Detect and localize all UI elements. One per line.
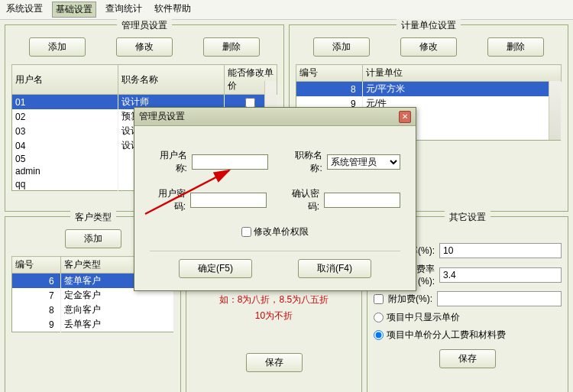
radio-price-only[interactable] <box>374 313 384 322</box>
unit-del-button[interactable]: 删除 <box>487 37 544 57</box>
col-role: 职务名称 <box>118 65 224 95</box>
pwd-input[interactable] <box>190 193 267 208</box>
dialog-title: 管理员设置 <box>139 110 185 123</box>
menubar: 系统设置 基础设置 查询统计 软件帮助 <box>0 0 573 20</box>
ok-button[interactable]: 确定(F5) <box>179 259 252 278</box>
extra-fee-input[interactable] <box>437 291 562 306</box>
menu-item-0[interactable]: 系统设置 <box>3 2 46 18</box>
unit-edit-button[interactable]: 修改 <box>400 37 457 57</box>
table-row[interactable]: 8元/平方米 <box>296 82 562 97</box>
discount-hint2: 10为不折 <box>193 309 355 322</box>
dialog-titlebar[interactable]: 管理员设置 ✕ <box>134 108 416 126</box>
discount-save-button[interactable]: 保存 <box>246 353 303 372</box>
role-label: 职称名称: <box>285 149 322 175</box>
col-id: 编号 <box>296 65 363 82</box>
col-cid: 编号 <box>12 257 61 274</box>
customer-add-button[interactable]: 添加 <box>65 229 121 248</box>
col-user: 用户名 <box>12 65 118 95</box>
admin-del-button[interactable]: 删除 <box>203 37 260 57</box>
tax-fee-input[interactable] <box>439 267 562 283</box>
other-save-button[interactable]: 保存 <box>439 349 496 368</box>
extra-fee-checkbox[interactable] <box>374 294 384 304</box>
admin-edit-button[interactable]: 修改 <box>116 37 173 57</box>
pwd2-label: 确认密码: <box>283 187 319 213</box>
menu-item-1[interactable]: 基础设置 <box>52 2 96 18</box>
panel-admin-title: 管理员设置 <box>117 19 172 32</box>
extra-fee-label: 附加费(%): <box>388 293 432 306</box>
panel-customer-title: 客户类型 <box>70 211 116 224</box>
pwd-label: 用户密码: <box>150 187 186 213</box>
radio2-label: 项目中单价分人工费和材料费 <box>387 329 506 342</box>
mgmt-fee-input[interactable] <box>439 243 562 258</box>
edit-price-checkbox[interactable] <box>241 227 251 237</box>
user-input[interactable] <box>192 154 268 170</box>
radio1-label: 项目中只显示单价 <box>387 311 460 324</box>
radio-price-split[interactable] <box>374 330 384 340</box>
edit-price-label: 修改单价权限 <box>254 226 309 237</box>
table-row[interactable]: 8意向客户 <box>12 303 174 317</box>
table-row[interactable]: 9丢单客户 <box>12 317 174 332</box>
row-checkbox[interactable] <box>245 98 255 108</box>
menu-item-2[interactable]: 查询统计 <box>102 2 145 18</box>
cancel-button[interactable]: 取消(F4) <box>298 259 371 278</box>
panel-other-title: 其它设置 <box>445 211 490 224</box>
col-unit: 计量单位 <box>362 65 561 82</box>
discount-hint1: 如：8为八折，8.5为八五折 <box>193 293 355 306</box>
admin-dialog: 管理员设置 ✕ 用户名称: 职称名称: 系统管理员 用户密码: 确认密码: 修改… <box>134 107 416 291</box>
role-select[interactable]: 系统管理员 <box>327 154 400 170</box>
scrollbar[interactable] <box>549 81 561 140</box>
pwd2-input[interactable] <box>324 193 400 208</box>
close-icon[interactable]: ✕ <box>399 111 411 123</box>
menu-item-3[interactable]: 软件帮助 <box>151 2 194 18</box>
panel-unit-title: 计量单位设置 <box>397 19 461 32</box>
unit-add-button[interactable]: 添加 <box>313 37 370 57</box>
admin-add-button[interactable]: 添加 <box>29 37 86 57</box>
user-label: 用户名称: <box>150 149 187 175</box>
